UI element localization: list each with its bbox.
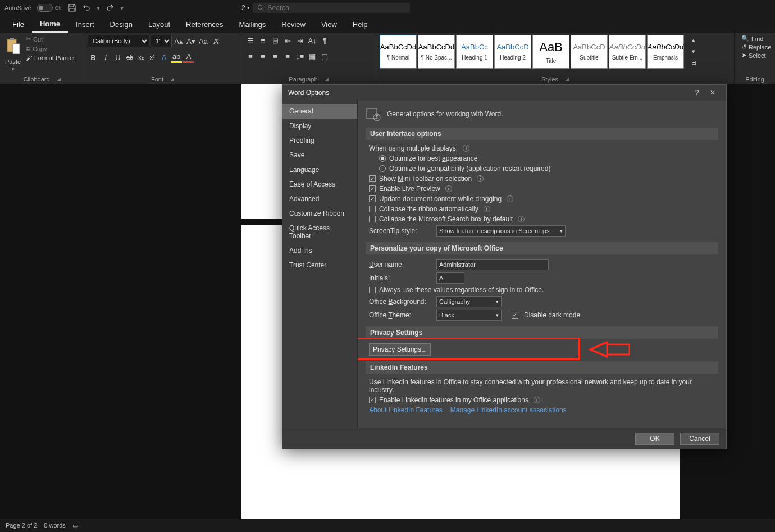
tab-view[interactable]: View <box>313 17 345 32</box>
paragraph-launcher[interactable]: ◢ <box>325 76 329 82</box>
sidebar-item-add-ins[interactable]: Add-ins <box>282 243 357 258</box>
style-card-subtle-em-[interactable]: AaBbCcDdSubtle Em... <box>609 35 646 69</box>
update-drag-check[interactable]: Update document content while draggingi <box>369 195 718 203</box>
tab-home[interactable]: Home <box>32 16 68 33</box>
borders-icon[interactable]: ▢ <box>319 51 330 62</box>
highlight-icon[interactable]: ab <box>171 52 182 63</box>
tab-mailings[interactable]: Mailings <box>231 17 274 32</box>
bold-icon[interactable]: B <box>88 52 99 63</box>
increase-indent-icon[interactable]: ⇥ <box>294 35 306 46</box>
initials-input[interactable] <box>436 272 464 284</box>
paste-button[interactable] <box>3 35 22 57</box>
live-preview-check[interactable]: Enable Live Previewi <box>369 185 718 193</box>
info-icon[interactable]: i <box>484 206 490 212</box>
sidebar-item-display[interactable]: Display <box>282 119 357 133</box>
linkedin-manage-link[interactable]: Manage LinkedIn account associations <box>450 406 567 414</box>
tab-design[interactable]: Design <box>102 17 140 32</box>
copy-button[interactable]: ⧉Copy <box>25 44 76 53</box>
align-center-icon[interactable]: ≡ <box>257 51 268 62</box>
file-tab[interactable]: File <box>4 17 32 32</box>
undo-dropdown[interactable]: ▾ <box>97 4 100 12</box>
tab-layout[interactable]: Layout <box>140 17 178 32</box>
help-button[interactable]: ? <box>689 89 705 97</box>
collapse-search-check[interactable]: Collapse the Microsoft Search box by def… <box>369 215 718 223</box>
replace-button[interactable]: ↺Replace <box>741 43 772 51</box>
undo-icon[interactable] <box>82 3 91 12</box>
styles-up-icon[interactable]: ▴ <box>689 35 699 45</box>
font-color-icon[interactable]: A <box>183 52 194 63</box>
always-use-check[interactable]: Always use these values regardless of si… <box>369 286 718 294</box>
redo-icon[interactable] <box>106 3 115 12</box>
shading-icon[interactable]: ▦ <box>307 51 318 62</box>
clipboard-launcher[interactable]: ◢ <box>57 76 61 82</box>
align-left-icon[interactable]: ≡ <box>245 51 256 62</box>
justify-icon[interactable]: ≡ <box>282 51 293 62</box>
info-icon[interactable]: i <box>477 175 484 182</box>
change-case-icon[interactable]: Aa <box>198 35 209 47</box>
linkedin-about-link[interactable]: About LinkedIn Features <box>369 406 443 414</box>
superscript-icon[interactable]: x² <box>147 52 157 62</box>
sidebar-item-quick-access-toolbar[interactable]: Quick Access Toolbar <box>282 221 357 243</box>
grow-font-icon[interactable]: A▴ <box>173 35 184 47</box>
style-card-heading-1[interactable]: AaBbCcHeading 1 <box>456 35 493 69</box>
text-effects-icon[interactable]: A <box>158 52 170 63</box>
sidebar-item-customize-ribbon[interactable]: Customize Ribbon <box>282 206 357 221</box>
word-count[interactable]: 0 words <box>44 522 66 529</box>
cut-button[interactable]: ✂Cut <box>25 35 76 43</box>
bullets-icon[interactable]: ☰ <box>245 35 256 46</box>
autosave-toggle[interactable] <box>37 4 53 12</box>
username-input[interactable] <box>436 259 549 270</box>
style-card--no-spac-[interactable]: AaBbCcDd¶ No Spac... <box>418 35 455 69</box>
tab-references[interactable]: References <box>178 17 231 32</box>
save-icon[interactable] <box>67 3 76 12</box>
style-card-title[interactable]: AaBTitle <box>532 35 569 69</box>
show-marks-icon[interactable]: ¶ <box>319 35 330 46</box>
font-launcher[interactable]: ◢ <box>170 76 174 82</box>
align-right-icon[interactable]: ≡ <box>270 51 281 62</box>
sort-icon[interactable]: A↓ <box>307 35 318 46</box>
styles-more-icon[interactable]: ⊟ <box>689 57 699 67</box>
info-icon[interactable]: i <box>518 216 525 222</box>
sidebar-item-proofing[interactable]: Proofing <box>282 133 357 148</box>
styles-gallery[interactable]: AaBbCcDd¶ NormalAaBbCcDd¶ No Spac...AaBb… <box>380 35 684 69</box>
strike-icon[interactable]: ab <box>125 52 135 62</box>
info-icon[interactable]: i <box>445 185 452 192</box>
select-button[interactable]: ➤Select <box>741 52 772 59</box>
styles-launcher[interactable]: ◢ <box>565 76 569 82</box>
multilevel-icon[interactable]: ⊟ <box>270 35 281 46</box>
underline-icon[interactable]: U <box>112 52 124 63</box>
opt-appearance-radio[interactable]: Optimize for best appearance <box>379 154 718 162</box>
opt-compat-radio[interactable]: Optimize for compatibility (application … <box>379 165 718 172</box>
sidebar-item-trust-center[interactable]: Trust Center <box>282 258 357 272</box>
tab-help[interactable]: Help <box>345 17 376 32</box>
screentip-combo[interactable]: Show feature descriptions in ScreenTips▾ <box>436 225 566 237</box>
info-icon[interactable]: i <box>507 195 513 202</box>
style-card-subtitle[interactable]: AaBbCcDSubtitle <box>571 35 608 69</box>
sidebar-item-save[interactable]: Save <box>282 148 357 162</box>
styles-down-icon[interactable]: ▾ <box>689 46 699 56</box>
font-size-combo[interactable]: 11 <box>151 35 172 47</box>
disable-dark-checkbox[interactable] <box>512 312 518 319</box>
shrink-font-icon[interactable]: A▾ <box>185 35 197 47</box>
search-input[interactable] <box>268 4 405 12</box>
sidebar-item-advanced[interactable]: Advanced <box>282 192 357 206</box>
sidebar-item-ease-of-access[interactable]: Ease of Access <box>282 177 357 192</box>
style-card--normal[interactable]: AaBbCcDd¶ Normal <box>380 35 417 69</box>
sidebar-item-language[interactable]: Language <box>282 162 357 177</box>
subscript-icon[interactable]: x₂ <box>136 52 146 62</box>
close-button[interactable]: ✕ <box>705 89 721 97</box>
search-box[interactable] <box>253 3 410 13</box>
sidebar-item-general[interactable]: General <box>282 104 357 119</box>
clear-format-icon[interactable]: A̷ <box>210 35 221 47</box>
numbering-icon[interactable]: ≡ <box>257 35 268 46</box>
style-card-heading-2[interactable]: AaBbCcDHeading 2 <box>494 35 531 69</box>
info-icon[interactable]: i <box>534 397 540 403</box>
style-card-emphasis[interactable]: AaBbCcDdEmphasis <box>647 35 684 69</box>
qat-more[interactable]: ▾ <box>120 4 124 12</box>
decrease-indent-icon[interactable]: ⇤ <box>282 35 293 46</box>
page-count[interactable]: Page 2 of 2 <box>6 522 37 529</box>
privacy-settings-button[interactable]: Privacy Settings... <box>369 343 431 356</box>
mini-toolbar-check[interactable]: Show Mini Toolbar on selectioni <box>369 175 718 183</box>
format-painter-button[interactable]: 🖌Format Painter <box>25 54 76 62</box>
find-button[interactable]: 🔍Find <box>741 35 772 42</box>
